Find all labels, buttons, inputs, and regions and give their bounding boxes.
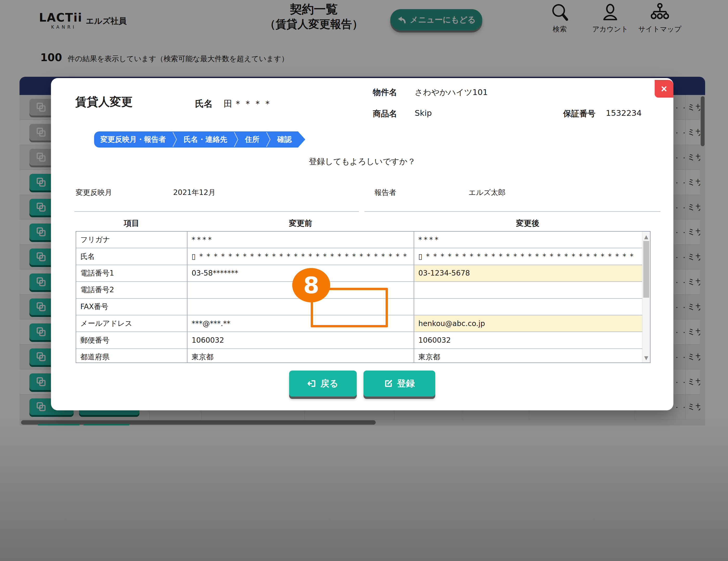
step-indicator-bar: 変更反映月・報告者 氏名・連絡先 住所 確認 bbox=[94, 131, 298, 147]
step-confirm: 確認 bbox=[271, 131, 298, 147]
landlord-change-modal: × 賃貸人変更 氏名 田＊＊＊＊ 物件名 さわやかハイツ101 商品名 Skip… bbox=[51, 78, 673, 410]
row-label: フリガナ bbox=[76, 231, 187, 248]
row-label: メールアドレス bbox=[76, 316, 187, 332]
reporter-label: 報告者 bbox=[374, 187, 396, 197]
column-header-before: 変更前 bbox=[187, 218, 414, 229]
step-separator-icon bbox=[172, 131, 177, 147]
reflect-month-value: 2021年12月 bbox=[173, 187, 216, 197]
name-label: 氏名 bbox=[195, 98, 213, 110]
register-button-label: 登録 bbox=[397, 378, 415, 390]
scroll-down-icon[interactable]: ▼ bbox=[642, 355, 650, 361]
row-label: 郵便番号 bbox=[76, 332, 187, 349]
row-after-value: **** bbox=[414, 231, 642, 248]
row-before-value: 東京都 bbox=[187, 349, 414, 363]
step-address: 住所 bbox=[239, 131, 266, 147]
product-value: Skip bbox=[415, 108, 432, 118]
column-header-after: 変更後 bbox=[414, 218, 642, 229]
row-before-value: **** bbox=[187, 231, 414, 248]
row-after-value: 03-1234-5678 bbox=[414, 265, 642, 282]
back-button-label: 戻る bbox=[321, 378, 339, 390]
property-label: 物件名 bbox=[373, 87, 397, 98]
row-label: 電話番号1 bbox=[76, 265, 187, 282]
row-label: FAX番号 bbox=[76, 299, 187, 316]
row-before-value: 1060032 bbox=[187, 332, 414, 349]
guarantee-number-label: 保証番号 bbox=[563, 108, 595, 119]
row-before-value bbox=[187, 282, 414, 299]
row-before-value: 03-58******* bbox=[187, 265, 414, 282]
step-month-reporter: 変更反映月・報告者 bbox=[94, 131, 172, 147]
field-underline bbox=[365, 211, 660, 212]
page: LACTii KANRI エルズ社員 契約一覧 （賃貸人変更報告） メニューにも… bbox=[0, 0, 728, 561]
modal-title: 賃貸人変更 bbox=[75, 94, 133, 109]
modal-actions: 戻る 登録 bbox=[51, 371, 673, 397]
step-indicator: 変更反映月・報告者 氏名・連絡先 住所 確認 bbox=[94, 131, 305, 147]
reporter-value: エルズ太郎 bbox=[469, 187, 505, 197]
change-comparison-table: フリガナ********氏名▯*************************… bbox=[76, 231, 651, 363]
row-before-value: ***@***.** bbox=[187, 316, 414, 332]
step-separator-icon bbox=[266, 131, 271, 147]
reflect-month-label: 変更反映月 bbox=[76, 187, 112, 197]
property-value: さわやかハイツ101 bbox=[415, 87, 488, 98]
exit-icon bbox=[308, 379, 316, 388]
guarantee-number-value: 1532234 bbox=[606, 108, 642, 118]
change-table-grid: フリガナ********氏名▯*************************… bbox=[76, 231, 642, 363]
row-after-value: ▯***************************** bbox=[414, 248, 642, 265]
row-after-value bbox=[414, 299, 642, 316]
row-after-value: henkou@abc.co.jp bbox=[414, 316, 642, 332]
table-vertical-scrollbar[interactable]: ▲ ▼ bbox=[642, 231, 650, 363]
back-button[interactable]: 戻る bbox=[289, 371, 357, 397]
table-scrollbar-thumb[interactable] bbox=[643, 241, 649, 298]
scroll-up-icon[interactable]: ▲ bbox=[642, 234, 650, 240]
register-button[interactable]: 登録 bbox=[363, 371, 435, 397]
row-after-value bbox=[414, 282, 642, 299]
row-before-value bbox=[187, 299, 414, 316]
row-before-value: ▯***************************** bbox=[187, 248, 414, 265]
step-name-contact: 氏名・連絡先 bbox=[177, 131, 233, 147]
product-label: 商品名 bbox=[373, 108, 397, 119]
field-underline bbox=[74, 211, 359, 212]
column-header-item: 項目 bbox=[76, 218, 187, 229]
row-after-value: 1060032 bbox=[414, 332, 642, 349]
row-label: 電話番号2 bbox=[76, 282, 187, 299]
row-label: 都道府県 bbox=[76, 349, 187, 363]
row-after-value: 東京都 bbox=[414, 349, 642, 363]
step-separator-icon bbox=[233, 131, 239, 147]
close-icon[interactable]: × bbox=[655, 80, 673, 98]
step-indicator-arrow-tip bbox=[298, 131, 305, 147]
edit-icon bbox=[384, 379, 393, 388]
name-value: 田＊＊＊＊ bbox=[224, 98, 273, 110]
confirm-question: 登録してもよろしいですか？ bbox=[51, 156, 673, 167]
row-label: 氏名 bbox=[76, 248, 187, 265]
